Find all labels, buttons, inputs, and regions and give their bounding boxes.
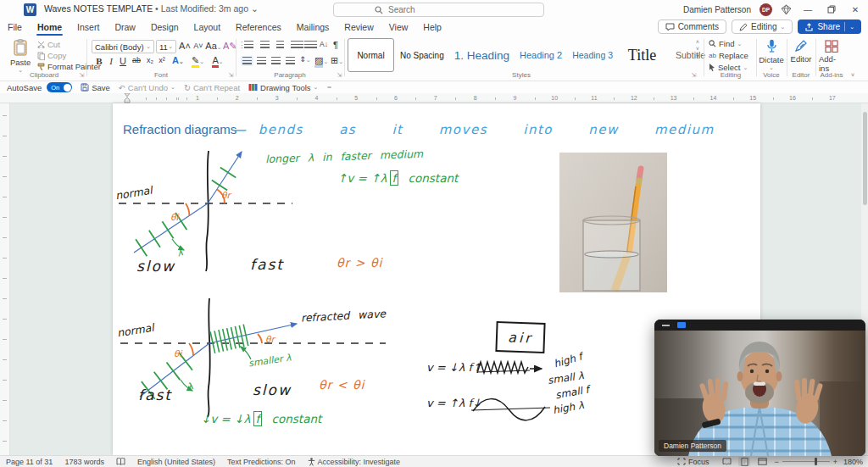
line-spacing-button[interactable]: ⇕⌄ bbox=[299, 55, 311, 64]
superscript-button[interactable]: x² bbox=[156, 56, 168, 64]
ribbon-tab-review[interactable]: Review bbox=[337, 20, 381, 34]
vertical-ruler[interactable] bbox=[0, 103, 10, 455]
ribbon-tab-home[interactable]: Home bbox=[30, 20, 70, 34]
ribbon-tab-file[interactable]: File bbox=[0, 20, 30, 34]
sort-button[interactable]: A↓ bbox=[318, 40, 330, 48]
increase-indent-button[interactable] bbox=[304, 41, 317, 51]
comments-button[interactable]: Comments bbox=[658, 19, 726, 34]
indent-marker[interactable] bbox=[123, 93, 131, 103]
ribbon-tab-help[interactable]: Help bbox=[415, 20, 449, 34]
ribbon-tab-layout[interactable]: Layout bbox=[186, 20, 229, 34]
zoom-in-button[interactable]: + bbox=[833, 458, 837, 466]
webcam-titlebar[interactable] bbox=[654, 320, 865, 331]
align-center-button[interactable] bbox=[255, 56, 268, 66]
word-count[interactable]: 1783 words bbox=[58, 458, 110, 466]
text-effects-button[interactable]: A⌄ bbox=[172, 55, 184, 65]
share-button[interactable]: Share⌄ bbox=[798, 19, 861, 34]
undo-button[interactable]: ↶ Can't Undo⌄ bbox=[119, 83, 175, 92]
align-left-button[interactable] bbox=[241, 56, 253, 66]
pencil-refraction-photo[interactable] bbox=[559, 153, 667, 292]
minimize-button[interactable]: — bbox=[800, 3, 815, 16]
justify-button[interactable] bbox=[284, 56, 297, 66]
proofing-icon[interactable] bbox=[110, 458, 131, 466]
ribbon-tab-view[interactable]: View bbox=[381, 20, 416, 34]
change-case-button[interactable]: Aa⌄ bbox=[205, 41, 222, 51]
repeat-button[interactable]: ↻ Can't Repeat bbox=[184, 83, 240, 92]
webcam-minimize-icon[interactable] bbox=[662, 325, 670, 326]
webcam-app-icon[interactable] bbox=[677, 322, 686, 328]
ribbon-tab-references[interactable]: References bbox=[228, 20, 289, 34]
shading-button[interactable]: ▨⌄ bbox=[314, 55, 326, 66]
font-dialog-launcher[interactable]: ⇲ bbox=[227, 71, 235, 79]
find-button[interactable]: Find⌄ bbox=[709, 39, 742, 48]
search-input[interactable]: Search bbox=[333, 3, 544, 17]
document-title[interactable]: Waves NOTES TEMPLATE • Last Modified: 3m… bbox=[44, 3, 259, 14]
multilevel-list-button[interactable] bbox=[273, 41, 286, 51]
scrollbar-thumb[interactable] bbox=[863, 112, 867, 205]
web-layout-button[interactable] bbox=[756, 457, 768, 466]
save-button[interactable]: Save bbox=[81, 83, 110, 92]
accessibility-status[interactable]: Accessibility: Investigate bbox=[302, 458, 407, 466]
style-1-heading[interactable]: 1. Heading bbox=[450, 38, 514, 72]
style-heading-2[interactable]: Heading 2 bbox=[515, 38, 566, 72]
restore-button[interactable] bbox=[824, 3, 839, 16]
close-button[interactable]: ✕ bbox=[848, 3, 863, 16]
borders-button[interactable]: ⊞⌄ bbox=[331, 55, 342, 66]
ribbon-tab-insert[interactable]: Insert bbox=[70, 20, 107, 34]
ribbon-tab-design[interactable]: Design bbox=[143, 20, 186, 34]
shrink-font-button[interactable]: A˅ bbox=[192, 42, 204, 50]
decrease-indent-button[interactable] bbox=[291, 41, 303, 51]
addins-button[interactable]: Add-ins bbox=[819, 40, 844, 73]
print-layout-button[interactable] bbox=[738, 457, 750, 466]
webcam-window[interactable]: Damien Patterson bbox=[654, 320, 865, 456]
style-subtitle[interactable]: Subtitle bbox=[667, 38, 714, 72]
clear-formatting-button[interactable]: A✎ bbox=[223, 41, 235, 52]
font-size-select[interactable]: 11⌄ bbox=[156, 40, 176, 53]
drawing-tools-button[interactable]: Drawing Tools⌄ bbox=[248, 83, 318, 92]
ribbon-tab-mailings[interactable]: Mailings bbox=[289, 20, 337, 34]
editing-mode-button[interactable]: Editing⌄ bbox=[732, 19, 793, 34]
subscript-button[interactable]: x₂ bbox=[144, 56, 156, 64]
font-color-button[interactable]: A⌄ bbox=[212, 55, 224, 65]
style-no-spacing[interactable]: No Spacing bbox=[396, 38, 448, 72]
horizontal-ruler[interactable]: 1234567891011121314151617 bbox=[0, 93, 868, 103]
highlight-button[interactable]: ✎⌄ bbox=[192, 55, 203, 66]
editor-button[interactable]: Editor bbox=[790, 40, 812, 64]
align-right-button[interactable] bbox=[270, 56, 282, 66]
strikethrough-button[interactable]: ab bbox=[131, 56, 142, 64]
qat-overflow-button[interactable]: ≂ bbox=[326, 84, 331, 91]
paste-button[interactable]: Paste⌄ bbox=[10, 39, 31, 74]
styles-dialog-launcher[interactable]: ⇲ bbox=[690, 71, 698, 79]
zoom-out-button[interactable]: − bbox=[774, 458, 778, 466]
zoom-slider[interactable]: − + bbox=[774, 458, 837, 466]
styles-scroll-buttons[interactable]: ˄˅▾ bbox=[693, 39, 702, 59]
zoom-knob[interactable] bbox=[815, 458, 818, 465]
focus-button[interactable]: Focus bbox=[671, 458, 715, 466]
underline-button[interactable]: U bbox=[117, 56, 129, 66]
chevron-down-icon[interactable]: ⌄ bbox=[251, 3, 259, 14]
bold-button[interactable]: B bbox=[93, 56, 105, 66]
bullets-button[interactable]: ··· bbox=[241, 41, 253, 51]
format-painter-button[interactable]: Format Painter bbox=[37, 62, 101, 71]
zoom-level[interactable]: 180% bbox=[843, 458, 863, 466]
font-family-select[interactable]: Calibri (Body)⌄ bbox=[92, 40, 154, 53]
avatar[interactable]: DP bbox=[760, 3, 772, 16]
italic-button[interactable]: I bbox=[105, 56, 117, 66]
autosave-toggle[interactable]: On bbox=[47, 82, 72, 92]
language-indicator[interactable]: English (United States) bbox=[131, 458, 221, 466]
collapse-ribbon-chevron[interactable]: ˅ bbox=[851, 72, 854, 78]
style-heading-3[interactable]: Heading 3 bbox=[568, 38, 617, 72]
dictate-button[interactable]: Dictate⌄ bbox=[760, 39, 783, 71]
text-predictions[interactable]: Text Predictions: On bbox=[221, 458, 302, 466]
ribbon-tab-draw[interactable]: Draw bbox=[107, 20, 143, 34]
page-indicator[interactable]: Page 11 of 31 bbox=[0, 458, 58, 466]
cut-button[interactable]: Cut bbox=[37, 40, 60, 49]
show-marks-button[interactable]: ¶ bbox=[330, 40, 342, 50]
grow-font-button[interactable]: A˄ bbox=[179, 41, 191, 51]
read-mode-button[interactable] bbox=[721, 457, 732, 466]
numbering-button[interactable] bbox=[257, 41, 270, 51]
replace-button[interactable]: ab Replace bbox=[709, 51, 748, 60]
style-normal[interactable]: Normal bbox=[348, 38, 394, 72]
paragraph-dialog-launcher[interactable]: ⇲ bbox=[336, 71, 343, 79]
gem-icon[interactable] bbox=[781, 4, 792, 15]
